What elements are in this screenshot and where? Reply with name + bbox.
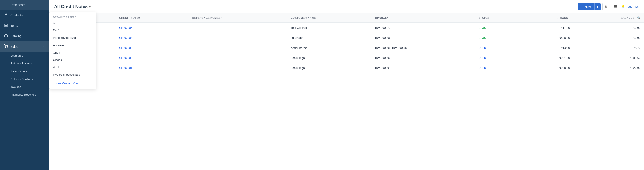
table-row[interactable]: 08/07/2017 CN-00003 Amit Sharma INV-0000…: [49, 43, 644, 53]
new-custom-view-button[interactable]: + New Custom View: [50, 79, 96, 87]
table-header-row: DATE CREDIT NOTE# REFERENCE NUMBER CUSTO…: [49, 13, 644, 22]
svg-rect-1: [5, 24, 6, 25]
cell-reference: [189, 53, 287, 63]
sidebar-item-contacts[interactable]: Contacts: [0, 10, 49, 20]
contacts-icon: [4, 13, 8, 17]
filter-invoice-unassociated[interactable]: Invoice unassociated: [50, 71, 96, 78]
cell-customer: Amit Sharma: [287, 43, 372, 53]
cell-amount: ₹220.00: [522, 63, 574, 73]
filter-all[interactable]: All: [50, 19, 96, 27]
table-body: 08/07/2017 CN-00005 Test Contact INV-000…: [49, 22, 644, 73]
cell-credit-note[interactable]: CN-00002: [116, 53, 189, 63]
col-reference: REFERENCE NUMBER: [189, 13, 287, 22]
title-dropdown-arrow-icon[interactable]: ▾: [89, 5, 90, 8]
cell-reference: [189, 63, 287, 73]
filter-pending-approval[interactable]: Pending Approval: [50, 34, 96, 41]
cell-invoice: INV-000077: [372, 22, 475, 33]
cell-customer: Test Contact: [287, 22, 372, 33]
filter-void[interactable]: Void: [50, 64, 96, 71]
cell-credit-note[interactable]: CN-00003: [116, 43, 189, 53]
svg-point-9: [7, 47, 8, 48]
sidebar: ⊞ Dashboard Contacts Items › Banking Sal…: [0, 0, 49, 170]
status-badge: OPEN: [478, 46, 486, 50]
sidebar-item-sales[interactable]: Sales ▾: [0, 41, 49, 52]
col-amount: AMOUNT: [522, 13, 574, 22]
sidebar-item-retainer-invoices[interactable]: Retainer Invoices: [0, 60, 49, 67]
cell-balance: ₹976: [573, 43, 644, 53]
new-button-label[interactable]: + New: [578, 3, 594, 10]
sidebar-item-label: Dashboard: [10, 3, 26, 7]
sidebar-label-contacts: Contacts: [10, 13, 22, 17]
status-badge: CLOSED: [478, 26, 490, 29]
svg-point-8: [5, 47, 6, 48]
cell-status: OPEN: [475, 53, 522, 63]
sales-icon: [4, 44, 8, 49]
status-badge: OPEN: [478, 67, 486, 70]
table-row[interactable]: 08/07/2017 CN-00001 Bittu Singh INV-0000…: [49, 63, 644, 73]
cell-invoice: INV-000008, INV-000036: [372, 43, 475, 53]
cell-invoice: INV-000001: [372, 63, 475, 73]
gear-icon: ⚙: [605, 4, 608, 9]
cell-credit-note[interactable]: CN-00001: [116, 63, 189, 73]
cell-reference: [189, 22, 287, 33]
menu-button[interactable]: ☰: [612, 3, 620, 10]
settings-button[interactable]: ⚙: [602, 3, 610, 10]
sidebar-item-sales-orders[interactable]: Sales Orders: [0, 67, 49, 75]
items-icon: [4, 23, 8, 28]
cell-amount: ₹281.60: [522, 53, 574, 63]
filter-draft[interactable]: Draft: [50, 27, 96, 34]
sidebar-label-banking: Banking: [10, 34, 22, 38]
cell-balance: ₹0.00: [573, 33, 644, 43]
sidebar-item-dashboard[interactable]: ⊞ Dashboard: [0, 0, 49, 10]
page-tips-button[interactable]: 💡 Page Tips: [621, 5, 639, 8]
cell-credit-note[interactable]: CN-00004: [116, 33, 189, 43]
sidebar-item-invoices[interactable]: Invoices: [0, 83, 49, 91]
table-row[interactable]: 08/07/2017 CN-00002 Bittu Singh INV-0000…: [49, 53, 644, 63]
credit-notes-table: DATE CREDIT NOTE# REFERENCE NUMBER CUSTO…: [49, 13, 644, 73]
sidebar-item-payments-received[interactable]: Payments Received: [0, 91, 49, 99]
svg-rect-2: [6, 24, 8, 25]
cell-status: OPEN: [475, 63, 522, 73]
cell-balance: ₹220.00: [573, 63, 644, 73]
cell-amount: ₹11.00: [522, 22, 574, 33]
search-icon[interactable]: 🔍: [637, 16, 640, 19]
page-title: All Credit Notes ▾: [54, 4, 90, 9]
cell-balance: ₹281.60: [573, 53, 644, 63]
new-button-dropdown-icon[interactable]: ▾: [594, 3, 600, 10]
page-header: All Credit Notes ▾ + New ▾ ⚙ ☰ 💡 Page Ti…: [49, 0, 644, 13]
cell-status: CLOSED: [475, 22, 522, 33]
sidebar-item-banking[interactable]: Banking: [0, 31, 49, 41]
svg-rect-3: [5, 25, 6, 27]
sidebar-label-items: Items: [10, 24, 18, 27]
sidebar-item-items[interactable]: Items ›: [0, 20, 49, 31]
credit-notes-table-area: DATE CREDIT NOTE# REFERENCE NUMBER CUSTO…: [49, 13, 644, 170]
sidebar-item-delivery-challans[interactable]: Delivery Challans: [0, 75, 49, 83]
filter-open[interactable]: Open: [50, 49, 96, 56]
cell-amount: ₹500.00: [522, 33, 574, 43]
banking-icon: [4, 34, 8, 38]
dashboard-icon: ⊞: [4, 3, 8, 7]
cell-amount: ₹1,000: [522, 43, 574, 53]
filter-approved[interactable]: Approved: [50, 41, 96, 49]
cell-status: OPEN: [475, 43, 522, 53]
sidebar-label-sales: Sales: [10, 45, 18, 48]
col-customer: CUSTOMER NAME: [287, 13, 372, 22]
table-row[interactable]: 08/07/2017 CN-00005 Test Contact INV-000…: [49, 22, 644, 33]
col-credit-note: CREDIT NOTE#: [116, 13, 189, 22]
filter-dropdown: DEFAULT FILTERS All Draft Pending Approv…: [49, 12, 96, 89]
hamburger-icon: ☰: [614, 4, 617, 9]
filter-closed[interactable]: Closed: [50, 56, 96, 64]
cell-invoice: INV-000066: [372, 33, 475, 43]
new-button[interactable]: + New ▾: [578, 3, 600, 10]
status-badge: OPEN: [478, 56, 486, 60]
header-actions: + New ▾ ⚙ ☰ 💡 Page Tips: [578, 3, 639, 10]
sales-chevron-icon: ▾: [44, 45, 45, 48]
items-chevron-icon: ›: [44, 24, 45, 27]
table-row[interactable]: 08/07/2017 CN-00004 shashank INV-000066 …: [49, 33, 644, 43]
cell-customer: shashank: [287, 33, 372, 43]
col-balance: BALANCE 🔍: [573, 13, 644, 22]
cell-credit-note[interactable]: CN-00005: [116, 22, 189, 33]
lightbulb-icon: 💡: [621, 5, 625, 8]
sidebar-item-estimates[interactable]: Estimates: [0, 52, 49, 60]
main-content: All Credit Notes ▾ + New ▾ ⚙ ☰ 💡 Page Ti…: [49, 0, 644, 170]
